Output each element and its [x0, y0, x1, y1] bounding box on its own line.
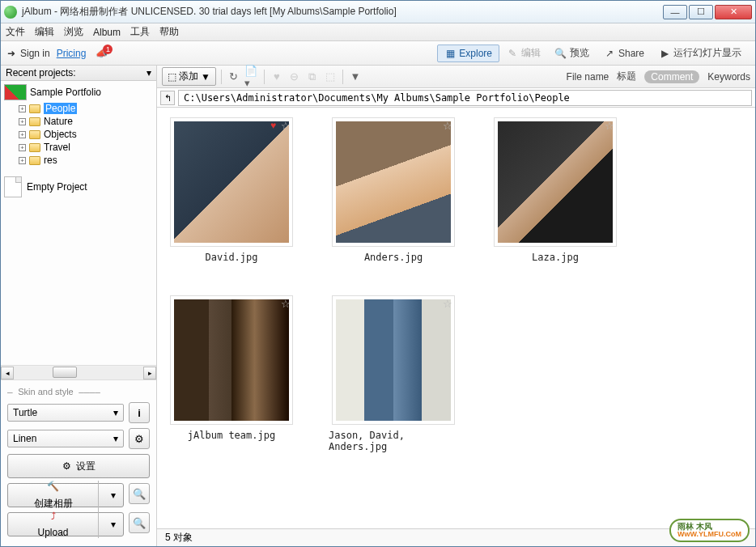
- upload-icon: ⤴: [51, 511, 56, 522]
- scroll-left[interactable]: ◂: [1, 367, 14, 380]
- chevron-down-icon: ▾: [147, 67, 151, 78]
- share-tab[interactable]: ↗ Share: [597, 45, 652, 62]
- skin-section-label: — Skin and style ————: [7, 387, 150, 397]
- up-button[interactable]: ↰: [160, 91, 175, 105]
- settings-button[interactable]: ⚙ 设置: [7, 454, 150, 478]
- pencil-icon: ✎: [507, 48, 518, 59]
- create-album-button[interactable]: 🔨创建相册 ▾: [7, 483, 124, 507]
- style-settings-button[interactable]: ⚙: [129, 428, 150, 449]
- explore-tab[interactable]: ▦ Explore: [437, 45, 499, 62]
- project-thumb: [4, 84, 27, 100]
- thumbnail-image: [498, 121, 613, 243]
- thumbnail-card[interactable]: ☆Laza.jpg: [491, 117, 620, 263]
- field-keywords[interactable]: Keywords: [707, 71, 750, 83]
- topbar: ➜ Sign in Pricing 📣 1 ▦ Explore ✎ 编辑 🔍 预…: [1, 41, 755, 66]
- upload-dropdown[interactable]: ▾: [104, 519, 123, 530]
- thumbnail-image: [336, 121, 451, 243]
- preview-tab[interactable]: 🔍 预览: [548, 43, 597, 63]
- star-icon[interactable]: ☆: [443, 298, 452, 310]
- thumbnail-image: [174, 121, 289, 243]
- thumbnail-caption: Anders.jpg: [364, 252, 423, 263]
- folder-icon: [29, 130, 40, 139]
- thumbnail-card[interactable]: ☆jAlbum team.jpg: [167, 295, 296, 452]
- thumbnail-card[interactable]: ☆Anders.jpg: [329, 117, 458, 263]
- horizontal-scrollbar[interactable]: ◂ ▸: [1, 365, 156, 380]
- theme-info-button[interactable]: i: [129, 402, 150, 423]
- folder-icon: [29, 104, 40, 113]
- expand-icon[interactable]: +: [19, 144, 26, 151]
- edit-tab[interactable]: ✎ 编辑: [499, 43, 548, 63]
- scroll-right[interactable]: ▸: [143, 367, 156, 380]
- menu-browse[interactable]: 浏览: [64, 25, 83, 39]
- folder-icon: [29, 117, 40, 126]
- theme-select[interactable]: Turtle▾: [7, 404, 124, 422]
- create-zoom-button[interactable]: 🔍: [129, 483, 150, 504]
- thumbnail-caption: Laza.jpg: [532, 252, 579, 263]
- slideshow-tab[interactable]: ▶ 运行幻灯片显示: [652, 43, 749, 63]
- tree-item-res[interactable]: +res: [2, 154, 155, 167]
- thumbnail-image: [336, 299, 451, 421]
- thumbnail-card[interactable]: ☆Jason, David, Anders.jpg: [329, 295, 458, 452]
- star-icon[interactable]: ☆: [281, 298, 291, 310]
- thumbnail-card[interactable]: ♥☆David.jpg: [167, 117, 296, 263]
- tree-root[interactable]: Sample Portfolio: [2, 83, 155, 102]
- folder-icon: [29, 143, 40, 152]
- expand-icon[interactable]: +: [19, 131, 26, 138]
- path-input[interactable]: [178, 90, 752, 106]
- notification-badge: 1: [103, 45, 113, 54]
- tree-item-travel[interactable]: +Travel: [2, 141, 155, 154]
- exclude-icon[interactable]: ⊖: [287, 70, 302, 84]
- pricing-link[interactable]: Pricing: [57, 48, 87, 59]
- star-icon[interactable]: ☆: [605, 120, 614, 132]
- maximize-button[interactable]: ☐: [689, 5, 713, 19]
- tree-item-people[interactable]: +People: [2, 102, 155, 115]
- play-icon: ▶: [659, 48, 670, 59]
- menubar: 文件 编辑 浏览 Album 工具 帮助: [1, 23, 755, 41]
- thumbnail-caption: David.jpg: [205, 252, 257, 263]
- upload-zoom-button[interactable]: 🔍: [129, 512, 150, 533]
- minimize-button[interactable]: —: [663, 5, 687, 19]
- add-icon: ⬚: [168, 71, 176, 83]
- close-button[interactable]: ✕: [715, 5, 752, 19]
- star-icon[interactable]: ☆: [281, 120, 291, 132]
- style-select[interactable]: Linen▾: [7, 430, 124, 447]
- field-comment[interactable]: Comment: [644, 70, 699, 83]
- project-tree: Sample Portfolio +People+Nature+Objects+…: [1, 81, 156, 365]
- expand-icon[interactable]: +: [19, 157, 26, 164]
- titlebar: jAlbum - 网络相册制作者 UNLICENSED. 30 trial da…: [1, 1, 755, 23]
- upload-button[interactable]: ⤴Upload ▾: [7, 512, 124, 536]
- notification-icon[interactable]: 📣 1: [96, 48, 108, 59]
- menu-tools[interactable]: 工具: [130, 25, 150, 39]
- menu-edit[interactable]: 编辑: [35, 25, 54, 39]
- empty-project[interactable]: Empty Project: [2, 173, 155, 201]
- path-bar: ↰: [157, 88, 755, 108]
- expand-icon[interactable]: +: [19, 118, 26, 125]
- thumbnail-caption: jAlbum team.jpg: [188, 430, 275, 441]
- grid-icon: ▦: [444, 48, 456, 59]
- filter-icon[interactable]: ▼: [348, 70, 363, 84]
- add-button[interactable]: ⬚ 添加 ▼: [162, 67, 216, 86]
- copy-icon[interactable]: ⧉: [305, 70, 320, 84]
- new-folder-icon[interactable]: 📄▾: [244, 70, 259, 84]
- hammer-icon: 🔨: [47, 481, 59, 492]
- create-dropdown[interactable]: ▾: [104, 490, 123, 501]
- chevron-down-icon: ▾: [113, 407, 118, 418]
- heart-icon[interactable]: ♥: [270, 70, 284, 84]
- rotate-icon[interactable]: ↻: [227, 70, 241, 84]
- folder-icon: [29, 156, 40, 165]
- menu-file[interactable]: 文件: [6, 25, 25, 39]
- field-title[interactable]: 标题: [617, 70, 636, 83]
- sign-in-link[interactable]: ➜ Sign in: [7, 48, 50, 59]
- thumbnail-image: [174, 299, 289, 421]
- menu-album[interactable]: Album: [93, 27, 121, 38]
- tree-item-objects[interactable]: +Objects: [2, 128, 155, 141]
- star-icon[interactable]: ☆: [443, 120, 452, 132]
- edit-icon[interactable]: ⬚: [323, 70, 338, 84]
- tree-item-nature[interactable]: +Nature: [2, 115, 155, 128]
- statusbar: 5 对象: [157, 528, 755, 546]
- menu-help[interactable]: 帮助: [159, 25, 179, 39]
- window-title: jAlbum - 网络相册制作者 UNLICENSED. 30 trial da…: [22, 5, 663, 19]
- field-filename[interactable]: File name: [567, 71, 609, 83]
- expand-icon[interactable]: +: [19, 105, 26, 112]
- recent-projects-header[interactable]: Recent projects: ▾: [1, 66, 156, 81]
